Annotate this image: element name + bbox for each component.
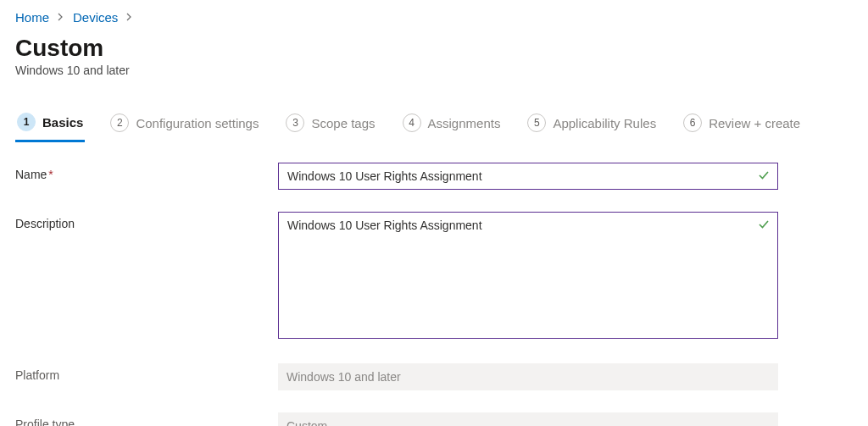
step-assignments[interactable]: 4 Assignments (401, 108, 503, 141)
step-number: 5 (527, 113, 546, 132)
chevron-right-icon (58, 12, 64, 24)
name-label: Name* (15, 163, 278, 181)
step-number: 6 (683, 113, 702, 132)
description-label: Description (15, 212, 278, 230)
wizard-steps: 1 Basics 2 Configuration settings 3 Scop… (15, 108, 853, 142)
row-description: Description (15, 212, 778, 341)
required-indicator: * (48, 168, 53, 181)
page-subtitle: Windows 10 and later (15, 64, 853, 77)
step-scope-tags[interactable]: 3 Scope tags (284, 108, 376, 141)
breadcrumb-devices[interactable]: Devices (73, 10, 118, 25)
step-number: 3 (286, 113, 304, 132)
step-review-create[interactable]: 6 Review + create (682, 108, 802, 141)
step-label: Scope tags (311, 116, 375, 130)
platform-value: Windows 10 and later (278, 363, 778, 390)
description-input[interactable] (278, 212, 778, 339)
form-area: Name* Description Platform Windows 10 an… (15, 163, 778, 426)
step-label: Basics (42, 115, 83, 130)
row-name: Name* (15, 163, 778, 190)
step-label: Review + create (709, 116, 800, 130)
row-profile-type: Profile type Custom (15, 412, 778, 426)
step-label: Applicability Rules (553, 116, 656, 130)
breadcrumb-home[interactable]: Home (15, 10, 49, 25)
step-basics[interactable]: 1 Basics (15, 108, 85, 142)
profile-type-label: Profile type (15, 412, 278, 426)
step-number: 4 (403, 113, 421, 132)
name-input[interactable] (278, 163, 778, 190)
step-number: 1 (17, 113, 36, 131)
chevron-right-icon (126, 12, 133, 24)
page-title: Custom (15, 35, 853, 62)
step-label: Configuration settings (136, 116, 259, 130)
breadcrumb: Home Devices (15, 10, 853, 25)
profile-type-value: Custom (278, 412, 778, 426)
row-platform: Platform Windows 10 and later (15, 363, 778, 390)
step-configuration-settings[interactable]: 2 Configuration settings (108, 108, 260, 141)
platform-label: Platform (15, 363, 278, 382)
step-label: Assignments (428, 116, 501, 130)
step-applicability-rules[interactable]: 5 Applicability Rules (526, 108, 658, 141)
step-number: 2 (110, 113, 129, 132)
